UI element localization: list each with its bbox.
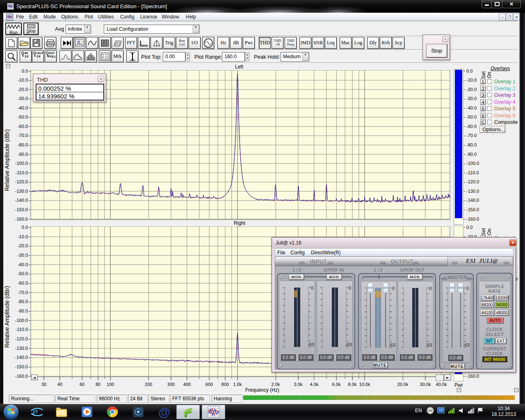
svg-text:e: e [32, 405, 38, 418]
svg-text:Set: Set [481, 71, 486, 79]
svg-text:@: @ [158, 405, 170, 418]
svg-text:Relative Amplitude (dBr): Relative Amplitude (dBr) [4, 129, 10, 191]
svg-text:On: On [486, 228, 492, 235]
svg-text:Set: Set [481, 228, 486, 235]
svg-text:Relative Amplitude (dBr): Relative Amplitude (dBr) [4, 286, 10, 348]
svg-text:On: On [486, 72, 492, 78]
